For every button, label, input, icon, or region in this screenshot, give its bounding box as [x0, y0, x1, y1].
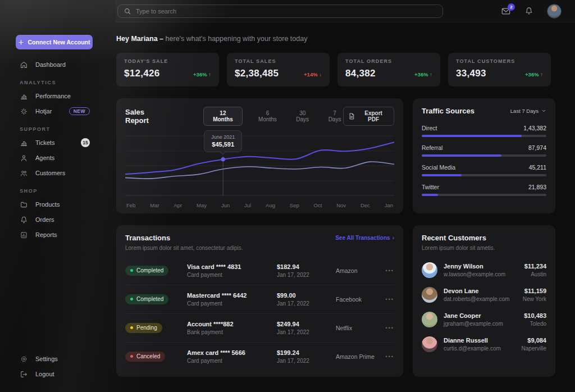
- tab-30-days[interactable]: 30 Days: [293, 110, 313, 122]
- payment-type: Bank payment: [187, 329, 277, 335]
- stat-delta: +36% ↑: [414, 71, 432, 78]
- customer-row[interactable]: Jenny Wilsonw.lawson@example.com $11,234…: [422, 258, 546, 282]
- traffic-sources-title: Traffic Sources: [422, 107, 474, 115]
- export-pdf-button[interactable]: Export PDF: [343, 107, 394, 126]
- traffic-sources-panel: Traffic Sources Last 7 Days Direct1,43,3…: [413, 98, 555, 213]
- customer-row[interactable]: Jane Cooperjgraham@example.com $10,483To…: [422, 307, 546, 332]
- tickets-count-badge: 15: [81, 138, 90, 147]
- sidebar-item-logout[interactable]: Logout: [0, 367, 115, 381]
- stat-card-total-orders: TOTAL ORDERS 84,382 +36% ↑: [337, 53, 440, 86]
- sidebar-item-label: Dashboard: [35, 61, 66, 68]
- hotjar-icon: [20, 107, 28, 116]
- sidebar-item-hotjar[interactable]: Hotjar NEW: [0, 104, 115, 118]
- recent-customers-subtitle: Lorem ipsum dolor sit ametis.: [422, 245, 546, 251]
- payment-method: Mastercard **** 6442: [187, 292, 277, 299]
- customer-row[interactable]: Dianne Russellcurtis.d@example.com $9,08…: [422, 332, 546, 357]
- stat-card-todays-sale: TODAY'S SALE $12,426 +36% ↑: [116, 53, 219, 86]
- progress-fill: [422, 194, 438, 196]
- greeting: Hey Mariana – here's what's happening wi…: [116, 35, 575, 43]
- customer-row[interactable]: Devon Lanedat.roberts@example.com $11,15…: [422, 282, 546, 307]
- sidebar-item-customers[interactable]: Customers: [0, 166, 115, 180]
- sidebar-item-tickets[interactable]: Tickets 15: [0, 135, 115, 150]
- traffic-label: Twitter: [422, 184, 439, 190]
- sidebar-item-reports[interactable]: Reports: [0, 227, 115, 242]
- search-box[interactable]: [117, 4, 443, 18]
- greeting-text: here's what's happening with your store …: [166, 35, 308, 43]
- merchant: Facebook: [336, 296, 380, 303]
- sidebar-item-label: Products: [35, 201, 60, 208]
- user-avatar[interactable]: [547, 4, 562, 19]
- transaction-row[interactable]: Canceled Amex card **** 5666Card payment…: [125, 342, 394, 371]
- customer-city: Naperville: [522, 345, 546, 352]
- stat-delta: +14% ↓: [304, 71, 322, 78]
- recent-customers-panel: Recent Customers Lorem ipsum dolor sit a…: [413, 225, 555, 377]
- traffic-value: 21,893: [528, 184, 546, 190]
- notifications-button[interactable]: [524, 6, 533, 16]
- connect-new-account-button[interactable]: Connect New Account: [16, 35, 93, 49]
- customer-avatar: [422, 312, 437, 327]
- sidebar-item-label: Tickets: [35, 139, 54, 146]
- people-icon: [20, 169, 28, 177]
- stat-label: TOTAL CUSTOMERS: [456, 58, 543, 64]
- traffic-value: 1,43,382: [523, 125, 546, 131]
- tab-12-months[interactable]: 12 Months: [203, 107, 243, 126]
- chart-line-primary: [125, 142, 394, 174]
- customer-name: Devon Lane: [444, 288, 517, 294]
- customer-name: Jane Cooper: [444, 312, 518, 319]
- bar-chart-icon: [20, 92, 28, 101]
- tab-7-days[interactable]: 7 Days: [326, 110, 344, 122]
- status-badge: Pending: [125, 323, 162, 333]
- customer-amount: $11,159: [523, 288, 546, 294]
- greeting-name: Hey Mariana –: [116, 35, 163, 43]
- sidebar-item-label: Orders: [35, 216, 54, 223]
- row-menu-button[interactable]: •••: [380, 325, 394, 331]
- see-all-transactions-link[interactable]: See All Transactions ›: [335, 235, 394, 241]
- sales-chart[interactable]: June 2021 $45,591: [125, 133, 394, 199]
- progress-track: [422, 174, 546, 176]
- date: Jan 17, 2022: [277, 272, 336, 278]
- sidebar-section-shop: SHOP: [0, 188, 115, 194]
- sidebar-item-settings[interactable]: Settings: [0, 352, 115, 366]
- tab-6-months[interactable]: 6 Months: [256, 110, 279, 122]
- stat-label: TODAY'S SALE: [124, 58, 211, 64]
- traffic-value: 87,974: [528, 144, 546, 151]
- logout-icon: [20, 370, 28, 379]
- sidebar-item-label: Hotjar: [35, 108, 52, 115]
- sidebar-item-label: Reports: [35, 231, 57, 238]
- customer-amount: $10,483: [524, 312, 546, 319]
- sidebar-item-performance[interactable]: Performance: [0, 89, 115, 103]
- sidebar-item-agents[interactable]: Agents: [0, 151, 115, 165]
- person-icon: [20, 154, 28, 162]
- sidebar-item-products[interactable]: Products: [0, 197, 115, 212]
- recent-customers-title: Recent Customers: [422, 234, 546, 242]
- sidebar-item-orders[interactable]: Orders: [0, 212, 115, 227]
- stat-value: $2,38,485: [235, 68, 279, 79]
- messages-button[interactable]: 2: [501, 7, 511, 16]
- search-input[interactable]: [136, 8, 437, 15]
- sales-report-panel: Sales Report 12 Months 6 Months 30 Days …: [116, 98, 403, 213]
- sidebar-item-label: Customers: [35, 170, 65, 176]
- search-icon: [124, 7, 131, 15]
- status-badge: Completed: [125, 294, 168, 304]
- customer-amount: $9,084: [522, 337, 546, 344]
- row-menu-button[interactable]: •••: [380, 297, 394, 302]
- see-all-label: See All Transactions: [335, 235, 390, 241]
- date: Jan 17, 2022: [277, 358, 336, 364]
- new-badge: NEW: [69, 107, 90, 115]
- transaction-row[interactable]: Completed Mastercard **** 6442Card payme…: [125, 285, 394, 313]
- amount: $99.00: [277, 292, 336, 299]
- sidebar-item-label: Performance: [35, 93, 71, 99]
- traffic-range-dropdown[interactable]: Last 7 Days: [510, 108, 546, 114]
- transaction-row[interactable]: Pending Account ****882Bank payment $249…: [125, 313, 394, 342]
- sidebar-item-dashboard[interactable]: Dashboard: [0, 57, 115, 72]
- messages-count-badge: 2: [508, 3, 515, 11]
- stat-value: $12,426: [124, 68, 160, 79]
- chart-tooltip: June 2021 $45,591: [204, 130, 242, 152]
- row-menu-button[interactable]: •••: [380, 268, 394, 274]
- transaction-row[interactable]: Completed Visa card **** 4831Card paymen…: [125, 256, 394, 285]
- tooltip-value: $45,591: [211, 141, 235, 148]
- chart-highlight-dot: [221, 157, 225, 161]
- row-menu-button[interactable]: •••: [380, 354, 394, 359]
- traffic-row-social-media: Social Media45,211: [422, 164, 546, 176]
- amount: $199.24: [277, 349, 336, 356]
